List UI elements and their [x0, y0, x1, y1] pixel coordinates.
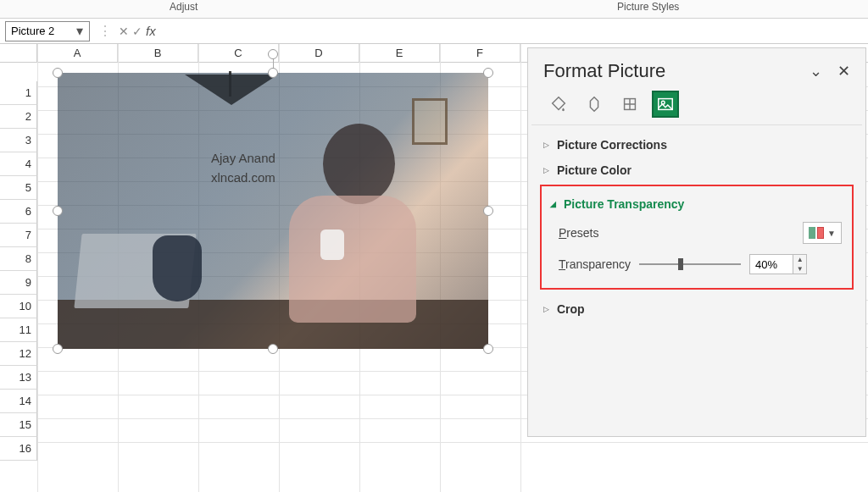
row-header[interactable]: 8	[0, 247, 37, 271]
row-header[interactable]: 11	[0, 318, 37, 342]
formula-bar-input[interactable]	[161, 22, 863, 41]
pane-collapse-icon[interactable]: ⌄	[810, 62, 822, 80]
rotate-handle[interactable]	[268, 49, 278, 59]
pane-title: Format Picture	[543, 60, 665, 82]
spin-down-icon[interactable]: ▼	[793, 264, 806, 274]
row-header[interactable]: 6	[0, 200, 37, 224]
row-header[interactable]: 15	[0, 413, 37, 437]
slider-thumb[interactable]	[678, 258, 683, 270]
resize-handle-se[interactable]	[483, 344, 493, 354]
pane-tab-icons	[531, 89, 862, 125]
pane-close-icon[interactable]: ✕	[837, 62, 850, 80]
inserted-picture[interactable]: Ajay Anand xlncad.com	[58, 73, 488, 349]
resize-handle-sw[interactable]	[53, 344, 63, 354]
formula-bar-separator: ⋮	[95, 23, 115, 39]
format-picture-pane: Format Picture ⌄ ✕ ▷ Picture Corrections…	[527, 47, 866, 437]
spin-up-icon[interactable]: ▲	[793, 255, 806, 264]
ribbon-group-labels: Adjust Picture Styles	[0, 0, 868, 19]
name-box[interactable]: ▾	[5, 21, 90, 41]
ribbon-group-adjust: Adjust	[170, 1, 198, 13]
collapse-icon: ◢	[550, 200, 559, 208]
tab-effects-icon[interactable]	[582, 92, 606, 116]
chevron-down-icon: ▼	[827, 229, 836, 238]
row-header[interactable]: 5	[0, 176, 37, 200]
name-box-dropdown[interactable]: ▾	[71, 22, 88, 41]
row-header[interactable]: 2	[0, 105, 37, 129]
expand-icon: ▷	[543, 141, 552, 149]
resize-handle-w[interactable]	[53, 206, 63, 216]
section-picture-color[interactable]: ▷ Picture Color	[540, 158, 854, 183]
resize-handle-e[interactable]	[483, 206, 493, 216]
resize-handle-s[interactable]	[268, 344, 278, 354]
presets-label: Presets	[559, 226, 598, 240]
tab-size-icon[interactable]	[618, 92, 642, 116]
row-header[interactable]: 12	[0, 342, 37, 366]
fx-icon[interactable]: fx	[146, 24, 156, 38]
row-header[interactable]: 16	[0, 437, 37, 461]
tab-picture-icon[interactable]	[654, 92, 677, 116]
row-header[interactable]: 3	[0, 129, 37, 152]
row-header[interactable]: 9	[0, 271, 37, 295]
formula-bar-icons: ⋮ ✕ ✓ fx	[95, 23, 156, 39]
formula-bar-row: ▾ ⋮ ✕ ✓ fx	[0, 19, 868, 44]
tab-fill-icon[interactable]	[547, 92, 570, 116]
expand-icon: ▷	[543, 305, 552, 313]
pane-header: Format Picture ⌄ ✕	[528, 48, 865, 89]
row-header[interactable]: 7	[0, 224, 37, 247]
transparency-spinbox[interactable]: ▲ ▼	[749, 254, 807, 274]
formula-enter-icon[interactable]: ✓	[132, 25, 142, 38]
row-header[interactable]: 14	[0, 390, 37, 413]
expand-icon: ▷	[543, 166, 552, 174]
transparency-label: Transparency	[559, 257, 631, 271]
transparency-highlight: ◢ Picture Transparency Presets ▼ Transpa…	[540, 185, 854, 290]
picture-watermark-text: Ajay Anand xlncad.com	[211, 149, 275, 187]
ribbon-group-picture-styles: Picture Styles	[617, 1, 679, 13]
row-header[interactable]: 13	[0, 366, 37, 390]
transparency-value-input[interactable]	[749, 254, 793, 274]
transparency-slider[interactable]	[639, 258, 741, 270]
resize-handle-n[interactable]	[268, 68, 278, 78]
resize-handle-nw[interactable]	[53, 68, 63, 78]
row-header[interactable]: 4	[0, 152, 37, 176]
formula-cancel-icon[interactable]: ✕	[119, 25, 129, 38]
transparency-presets-row: Presets ▼	[547, 217, 847, 247]
pane-sections: ▷ Picture Corrections ▷ Picture Color ◢ …	[528, 125, 865, 329]
select-all-corner[interactable]	[0, 44, 37, 62]
transparency-control-row: Transparency ▲ ▼	[547, 247, 847, 276]
resize-handle-ne[interactable]	[483, 68, 493, 78]
row-header[interactable]: 1	[0, 81, 37, 105]
transparency-presets-button[interactable]: ▼	[803, 222, 842, 244]
row-header[interactable]: 10	[0, 295, 37, 318]
section-picture-transparency[interactable]: ◢ Picture Transparency	[547, 191, 847, 217]
section-picture-corrections[interactable]: ▷ Picture Corrections	[540, 132, 854, 158]
svg-marker-0	[590, 97, 598, 112]
section-crop[interactable]: ▷ Crop	[540, 296, 854, 322]
